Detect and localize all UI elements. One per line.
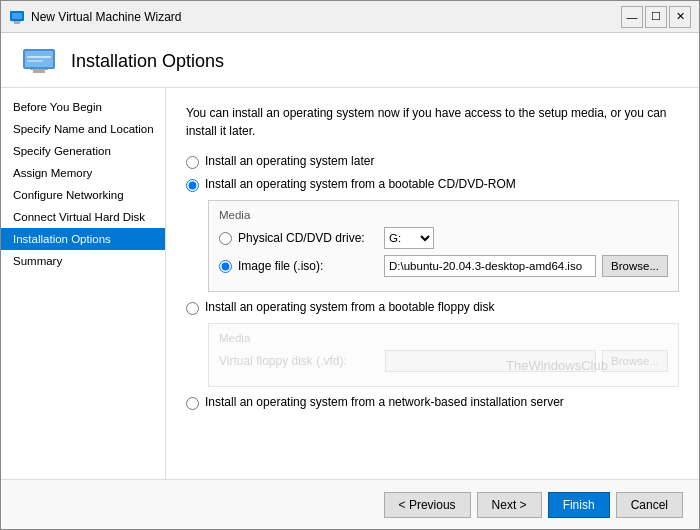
svg-rect-8 [27, 56, 51, 58]
install-floppy-label: Install an operating system from a boota… [205, 300, 495, 314]
wizard-title: Installation Options [71, 51, 224, 72]
install-later-option: Install an operating system later [186, 154, 679, 169]
install-network-label: Install an operating system from a netwo… [205, 395, 564, 409]
title-bar: New Virtual Machine Wizard — ☐ ✕ [1, 1, 699, 33]
content-area: Before You Begin Specify Name and Locati… [1, 88, 699, 479]
install-floppy-radio[interactable] [186, 302, 199, 315]
finish-button[interactable]: Finish [548, 492, 610, 518]
install-cd-option: Install an operating system from a boota… [186, 177, 679, 192]
install-cd-label: Install an operating system from a boota… [205, 177, 516, 191]
install-floppy-option: Install an operating system from a boota… [186, 300, 679, 315]
minimize-button[interactable]: — [621, 6, 643, 28]
sidebar-item-connect-vhd[interactable]: Connect Virtual Hard Disk [1, 206, 165, 228]
svg-rect-5 [25, 51, 53, 67]
physical-cd-select[interactable]: G: [384, 227, 434, 249]
svg-rect-3 [13, 21, 21, 22]
image-file-label: Image file (.iso): [238, 259, 378, 273]
title-bar-text: New Virtual Machine Wizard [31, 10, 182, 24]
physical-cd-row: Physical CD/DVD drive: G: [219, 227, 668, 249]
title-bar-controls: — ☐ ✕ [621, 6, 691, 28]
image-file-input[interactable] [384, 255, 596, 277]
floppy-media-label: Media [219, 332, 668, 344]
wizard-window: New Virtual Machine Wizard — ☐ ✕ Install… [0, 0, 700, 530]
header-icon [21, 47, 57, 75]
vfd-input [385, 350, 596, 372]
previous-button[interactable]: < Previous [384, 492, 471, 518]
sidebar-item-summary[interactable]: Summary [1, 250, 165, 272]
description-text: You can install an operating system now … [186, 104, 679, 140]
image-file-radio[interactable] [219, 260, 232, 273]
physical-cd-label: Physical CD/DVD drive: [238, 231, 378, 245]
vm-title-icon [9, 9, 25, 25]
install-network-option: Install an operating system from a netwo… [186, 395, 679, 410]
install-network-radio[interactable] [186, 397, 199, 410]
sidebar-item-installation-options[interactable]: Installation Options [1, 228, 165, 250]
svg-rect-6 [33, 70, 45, 73]
wizard-header: Installation Options [1, 33, 699, 88]
image-file-row: Image file (.iso): Browse... [219, 255, 668, 277]
sidebar-item-specify-generation[interactable]: Specify Generation [1, 140, 165, 162]
install-later-radio[interactable] [186, 156, 199, 169]
title-bar-left: New Virtual Machine Wizard [9, 9, 182, 25]
close-button[interactable]: ✕ [669, 6, 691, 28]
main-content: You can install an operating system now … [166, 88, 699, 479]
media-section: Media Physical CD/DVD drive: G: Image fi… [208, 200, 679, 292]
maximize-button[interactable]: ☐ [645, 6, 667, 28]
sidebar-item-specify-name[interactable]: Specify Name and Location [1, 118, 165, 140]
vfd-row: Virtual floppy disk (.vfd): Browse... [219, 350, 668, 372]
media-label: Media [219, 209, 668, 221]
browse-iso-button[interactable]: Browse... [602, 255, 668, 277]
physical-cd-radio[interactable] [219, 232, 232, 245]
sidebar-item-configure-networking[interactable]: Configure Networking [1, 184, 165, 206]
sidebar-item-before-you-begin[interactable]: Before You Begin [1, 96, 165, 118]
browse-vfd-button: Browse... [602, 350, 668, 372]
cancel-button[interactable]: Cancel [616, 492, 683, 518]
vfd-label: Virtual floppy disk (.vfd): [219, 354, 379, 368]
sidebar: Before You Begin Specify Name and Locati… [1, 88, 166, 479]
sidebar-item-assign-memory[interactable]: Assign Memory [1, 162, 165, 184]
next-button[interactable]: Next > [477, 492, 542, 518]
svg-rect-9 [27, 60, 43, 62]
install-later-label: Install an operating system later [205, 154, 374, 168]
svg-rect-7 [30, 69, 48, 70]
svg-rect-2 [14, 22, 20, 24]
wizard-footer: < Previous Next > Finish Cancel [1, 479, 699, 529]
floppy-media-section: Media Virtual floppy disk (.vfd): Browse… [208, 323, 679, 387]
install-cd-radio[interactable] [186, 179, 199, 192]
svg-rect-1 [12, 13, 22, 19]
